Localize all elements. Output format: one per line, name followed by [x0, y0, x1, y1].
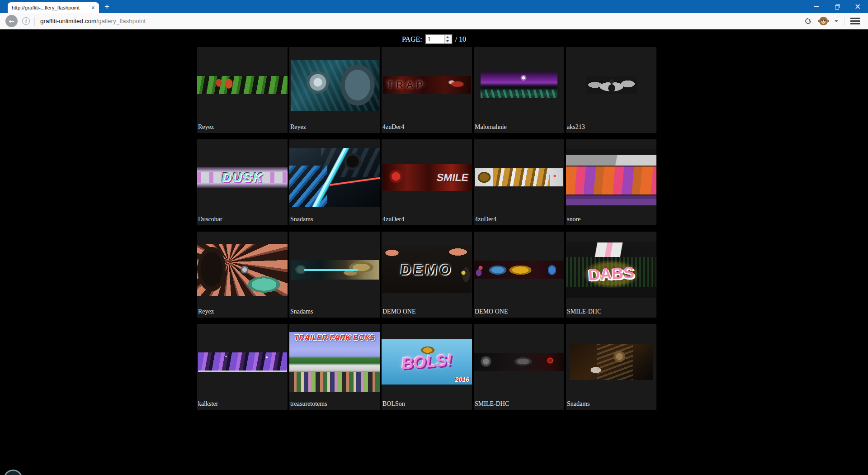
gallery-item[interactable]: BOLS!2016 BOLSon	[382, 324, 472, 410]
gallery-item[interactable]: DABS SMILE-DHC	[566, 232, 656, 318]
site-info-icon[interactable]: i	[22, 17, 30, 25]
gallery-item[interactable]: Snadams	[289, 139, 380, 225]
artist-name: 4zuDer4	[382, 123, 472, 131]
artwork-thumbnail[interactable]	[586, 76, 637, 94]
page-content: PAGE: / 10 Reyez Reyez TRAP 4zuDer4	[0, 29, 868, 475]
artwork-area: TRAILER PARK BOYS	[289, 324, 380, 400]
artwork-thumbnail[interactable]: BOLS!2016	[382, 339, 472, 385]
artwork-text: DUSK	[222, 171, 263, 184]
artwork-thumbnail[interactable]	[197, 76, 288, 94]
gallery-item[interactable]: TRAILER PARK BOYS treasuretotems	[289, 324, 380, 410]
url-path: /gallery_flashpoint	[96, 18, 146, 24]
artwork-thumbnail[interactable]	[291, 60, 379, 111]
artwork-thumbnail[interactable]: TRAP	[383, 76, 471, 94]
artist-name: kalkster	[197, 400, 288, 408]
page-label: PAGE:	[402, 35, 422, 43]
artwork-area: DABS	[566, 232, 656, 308]
artwork-text: TRAP	[387, 80, 426, 89]
reload-button[interactable]	[802, 16, 813, 27]
artwork-area	[474, 232, 564, 308]
artwork-area: SMILE	[382, 139, 472, 215]
spinner-down-button[interactable]	[445, 39, 452, 44]
back-button[interactable]: ←	[5, 15, 18, 27]
spinner-up-button[interactable]	[445, 35, 452, 39]
artist-name: 4zuDer4	[474, 215, 564, 223]
artist-name: Snadams	[289, 308, 380, 315]
corner-circle-logo	[4, 470, 23, 475]
greasemonkey-extension-button[interactable]	[818, 16, 829, 27]
gallery-item[interactable]: aks213	[566, 47, 656, 133]
gallery-item[interactable]: Reyez	[197, 232, 288, 318]
tab-title: http://graffiti-...llery_flashpoint	[12, 5, 89, 10]
minimize-icon	[814, 6, 819, 7]
gallery-item[interactable]: Reyez	[289, 47, 380, 133]
artwork-thumbnail[interactable]	[474, 353, 564, 371]
artist-name: 4zuDer4	[382, 215, 472, 223]
url-bar[interactable]: graffiti-unlimited.com/gallery_flashpoin…	[39, 18, 798, 24]
artist-name: Reyez	[197, 123, 288, 131]
artwork-area: BOLS!2016	[382, 324, 472, 400]
tab-close-icon[interactable]: ×	[91, 5, 95, 11]
gallery-item[interactable]: kalkster	[197, 324, 288, 410]
artwork-thumbnail[interactable]: DEMO	[382, 247, 472, 293]
artwork-area	[566, 324, 656, 400]
monkey-face-icon	[819, 17, 828, 25]
chevron-down-icon	[835, 20, 838, 24]
artist-name: SMILE-DHC	[474, 400, 564, 408]
artwork-thumbnail[interactable]: TRAILER PARK BOYS	[289, 332, 380, 392]
artwork-thumbnail[interactable]	[197, 244, 288, 296]
page-number-input-wrap	[425, 34, 452, 44]
artist-name: Reyez	[289, 123, 380, 131]
gallery-item[interactable]: DEMO DEMO ONE	[382, 232, 472, 318]
gallery-item[interactable]: Snadams	[566, 324, 656, 410]
hamburger-icon	[850, 18, 860, 24]
artwork-thumbnail[interactable]	[481, 72, 557, 98]
window-controls: ×	[806, 0, 868, 13]
gallery-item[interactable]: TRAP 4zuDer4	[382, 47, 472, 133]
page-total: / 10	[455, 35, 466, 43]
gallery-item[interactable]: 4zuDer4	[474, 139, 564, 225]
menu-button[interactable]	[849, 16, 861, 27]
artwork-text: BOLS!	[401, 352, 453, 372]
new-tab-button[interactable]: +	[104, 1, 109, 12]
browser-tab[interactable]: http://graffiti-...llery_flashpoint ×	[8, 2, 99, 13]
artist-name: treasuretotems	[289, 400, 380, 408]
gallery-item[interactable]: SMILE 4zuDer4	[382, 139, 472, 225]
artwork-area: DUSK	[197, 139, 288, 215]
artwork-thumbnail[interactable]: DUSK	[197, 167, 288, 188]
artwork-text: DABS	[588, 264, 635, 283]
artwork-thumbnail[interactable]	[291, 260, 379, 280]
artwork-thumbnail[interactable]: SMILE	[382, 164, 472, 191]
artist-name: Snadams	[566, 400, 656, 408]
gallery-item[interactable]: Reyez	[197, 47, 288, 133]
artwork-area	[474, 139, 564, 215]
window-close-button[interactable]: ×	[847, 0, 868, 13]
gallery-item[interactable]: SMILE-DHC	[474, 324, 564, 410]
browser-toolbar: ← i graffiti-unlimited.com/gallery_flash…	[0, 13, 868, 29]
gallery-item[interactable]: Malomahnie	[474, 47, 564, 133]
artwork-thumbnail[interactable]	[474, 261, 564, 279]
artwork-area	[197, 232, 288, 308]
gallery-item[interactable]: Snadams	[289, 232, 380, 318]
artwork-thumbnail[interactable]	[475, 168, 563, 186]
window-restore-button[interactable]	[826, 0, 847, 13]
artist-name: Snadams	[289, 215, 380, 223]
artist-name: aks213	[566, 123, 656, 131]
number-spinner	[444, 35, 452, 43]
extension-dropdown-button[interactable]	[833, 16, 840, 27]
gallery-item[interactable]: snore	[566, 139, 656, 225]
artist-name: Reyez	[197, 308, 288, 315]
artwork-thumbnail[interactable]: DABS	[566, 242, 656, 298]
page-number-input[interactable]	[426, 35, 444, 43]
artwork-thumbnail[interactable]	[566, 149, 656, 205]
artwork-thumbnail[interactable]	[289, 148, 380, 207]
artwork-thumbnail[interactable]	[198, 352, 287, 372]
gallery-item[interactable]: DUSK Duscobar	[197, 139, 288, 225]
artwork-area: DEMO	[382, 232, 472, 308]
toolbar-divider	[844, 17, 844, 26]
close-icon: ×	[854, 3, 861, 10]
window-minimize-button[interactable]	[806, 0, 826, 13]
artwork-thumbnail[interactable]	[570, 344, 653, 380]
gallery-item[interactable]: DEMO ONE	[474, 232, 564, 318]
artwork-area	[289, 47, 380, 123]
